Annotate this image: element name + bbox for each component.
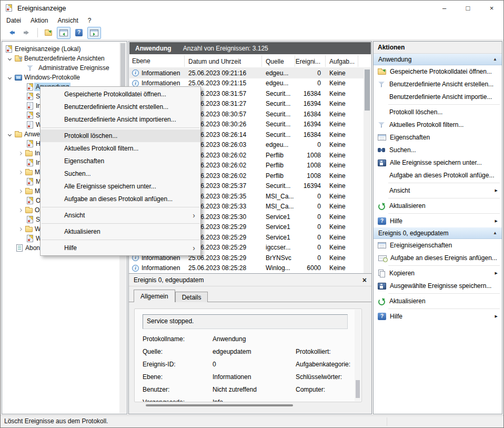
expander-chevron-icon[interactable]: [5, 57, 14, 60]
event-count: Anzahl von Ereignissen: 3.125: [183, 45, 268, 52]
scrollbar-track[interactable]: [134, 402, 362, 409]
open-saved-log-button[interactable]: [42, 27, 55, 39]
event-source: Service1: [262, 223, 295, 231]
close-button[interactable]: ×: [480, 1, 503, 15]
minimize-button[interactable]: –: [432, 1, 456, 15]
preview-tabs: AllgemeinDetails: [134, 290, 208, 302]
event-row[interactable]: Informationen 25.06.2023 08:25:28 Winlog…: [129, 263, 364, 274]
open-saved-log-icon: [45, 31, 52, 36]
context-menu-item[interactable]: Alle Ereignisse speichern unter...: [41, 180, 200, 193]
action-item-label: Aktualisieren: [389, 297, 426, 305]
expander-chevron-icon[interactable]: [15, 152, 25, 155]
tree-item[interactable]: Benutzerdefinierte Ansichten: [3, 54, 119, 63]
context-menu-item[interactable]: Aufgabe an dieses Protokoll anfügen...: [41, 193, 200, 205]
action-item[interactable]: Protokoll löschen...: [374, 106, 502, 118]
help-button[interactable]: [72, 27, 86, 39]
action-item[interactable]: Benutzerdefinierte Ansicht erstellen...: [374, 78, 502, 91]
action-item[interactable]: [388, 183, 500, 183]
preview-title: Ereignis 0, edgeupdatem: [134, 276, 204, 284]
action-item[interactable]: Kopieren ▶: [374, 267, 502, 280]
scrollbar-track[interactable]: [364, 68, 371, 273]
tree-item[interactable]: Administrative Ereignisse: [3, 63, 119, 73]
collapse-chevron-icon[interactable]: ▲: [493, 231, 497, 235]
column-header[interactable]: Ebene: [129, 55, 185, 67]
tree-item[interactable]: Ereignisanzeige (Lokal): [3, 44, 119, 54]
scrollbar-track[interactable]: [355, 310, 361, 401]
action-item[interactable]: Suchen...: [374, 144, 502, 156]
submenu-arrow-icon: ›: [193, 213, 195, 218]
action-item[interactable]: Ausgewählte Ereignisse speichern...: [374, 280, 502, 292]
action-item[interactable]: [388, 265, 500, 266]
action-item[interactable]: Aktuelles Protokoll filtern...: [374, 118, 502, 131]
action-pane-toggle-button[interactable]: [87, 27, 101, 39]
expander-chevron-icon[interactable]: [5, 133, 14, 136]
column-header[interactable]: Datum und Uhrzeit: [185, 55, 262, 67]
action-item[interactable]: Gespeicherte Protokolldatei öffnen...: [374, 65, 502, 78]
context-menu-item[interactable]: Protokoll löschen...: [41, 130, 200, 142]
context-menu-item[interactable]: Aktuelles Protokoll filtern...: [41, 142, 200, 155]
menu-item[interactable]: Datei: [2, 16, 26, 25]
section-header[interactable]: Ereignis 0, edgeupdatem ▲: [374, 227, 502, 239]
action-pane-icon: [90, 29, 98, 36]
action-item[interactable]: Alle Ereignisse speichern unter...: [374, 156, 502, 169]
context-menu-item[interactable]: Eigenschaften: [41, 155, 200, 167]
action-item[interactable]: Benutzerdefinierte Ansicht importie...: [374, 91, 502, 103]
action-item[interactable]: Eigenschaften: [374, 131, 502, 144]
action-item[interactable]: [388, 104, 500, 105]
field-right-label: Computer:: [296, 386, 348, 393]
expander-chevron-icon[interactable]: [15, 228, 25, 231]
scrollbar-thumb[interactable]: [356, 380, 360, 398]
context-menu-item[interactable]: [42, 223, 199, 224]
event-log-icon: [27, 93, 33, 100]
context-menu-item[interactable]: Ansicht ›: [41, 209, 200, 222]
action-item[interactable]: [388, 293, 500, 294]
action-item[interactable]: Aktualisieren: [374, 200, 502, 212]
action-item[interactable]: Aktualisieren: [374, 295, 502, 307]
console-tree-toggle-button[interactable]: [57, 27, 70, 39]
column-header[interactable]: Ereigni...: [295, 55, 326, 67]
maximize-button[interactable]: □: [456, 1, 480, 15]
action-item[interactable]: [388, 198, 500, 198]
tab[interactable]: Allgemein: [134, 290, 175, 302]
action-item[interactable]: Ereigniseigenschaften: [374, 239, 502, 252]
action-item[interactable]: Aufgabe an dieses Protokoll anfüge...: [374, 169, 502, 182]
expander-chevron-icon[interactable]: [5, 76, 14, 79]
action-item-label: Ansicht: [389, 187, 410, 194]
event-source: edgeu...: [262, 69, 295, 77]
tree-item[interactable]: Windows-Protokolle: [3, 73, 119, 82]
forward-button[interactable]: [20, 27, 34, 39]
action-item[interactable]: Aufgabe an dieses Ereignis anfügen...: [374, 252, 502, 264]
event-row[interactable]: Informationen 25.06.2023 09:21:16 edgeu.…: [129, 68, 364, 78]
context-menu-item[interactable]: Suchen...: [41, 167, 200, 180]
section-header[interactable]: Anwendung ▲: [374, 54, 502, 65]
context-menu-item[interactable]: Aktualisieren: [41, 225, 200, 238]
toolbar: [1, 26, 503, 40]
close-preview-icon[interactable]: ×: [362, 276, 367, 284]
column-header[interactable]: Quelle: [262, 55, 295, 67]
collapse-chevron-icon[interactable]: ▲: [493, 57, 497, 62]
action-item[interactable]: [388, 308, 500, 309]
scrollbar-thumb[interactable]: [146, 404, 293, 406]
expander-chevron-icon[interactable]: [15, 209, 25, 212]
menu-item[interactable]: Ansicht: [53, 16, 83, 25]
expander-chevron-icon[interactable]: [15, 190, 25, 193]
scrollbar-thumb[interactable]: [365, 69, 370, 111]
menu-item[interactable]: Aktion: [26, 16, 53, 25]
action-item[interactable]: Hilfe ▶: [374, 215, 502, 227]
action-item[interactable]: [388, 213, 500, 214]
context-menu-item[interactable]: [42, 207, 199, 207]
context-menu-item[interactable]: Gespeicherte Protokolldatei öffnen...: [41, 88, 200, 101]
context-menu-item[interactable]: [42, 127, 199, 128]
expander-chevron-icon[interactable]: [15, 171, 25, 174]
context-menu-item[interactable]: Hilfe ›: [41, 242, 200, 254]
menu-item[interactable]: ?: [83, 16, 96, 25]
column-header[interactable]: Aufgab...: [326, 55, 358, 67]
context-menu-item[interactable]: Benutzerdefinierte Ansicht importieren..…: [41, 113, 200, 126]
preview-pane: Ereignis 0, edgeupdatem × AllgemeinDetai…: [129, 273, 371, 414]
context-menu-item[interactable]: Benutzerdefinierte Ansicht erstellen...: [41, 101, 200, 113]
tab[interactable]: Details: [175, 292, 208, 302]
action-item[interactable]: Hilfe ▶: [374, 310, 502, 323]
context-menu-item[interactable]: [42, 240, 199, 240]
back-button[interactable]: [5, 27, 18, 39]
action-item[interactable]: Ansicht ▶: [374, 184, 502, 197]
